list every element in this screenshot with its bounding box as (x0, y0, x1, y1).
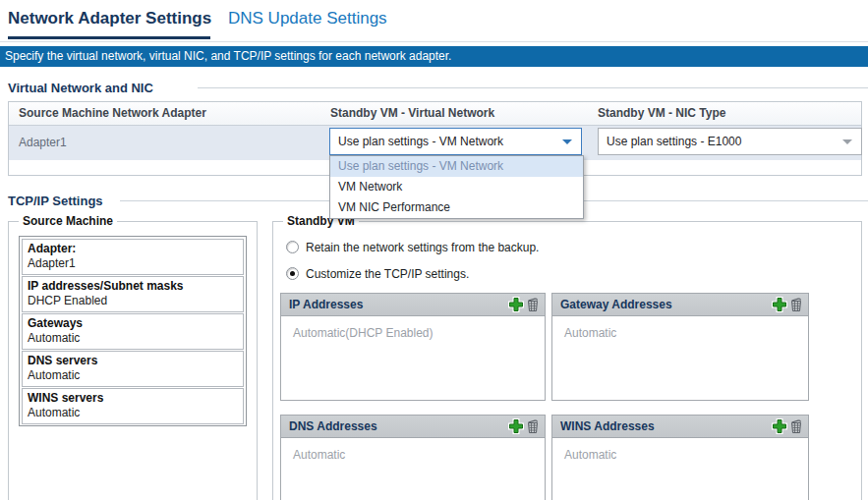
panel-title: DNS Addresses (289, 419, 507, 433)
item-label: DNS servers (28, 354, 238, 368)
radio-label: Retain the network settings from the bac… (306, 241, 539, 254)
virtual-network-dropdown-list: Use plan settings - VM Network VM Networ… (329, 155, 584, 219)
column-source-adapter: Source Machine Network Adapter (19, 106, 206, 120)
dropdown-value: Use plan settings - VM Network (338, 129, 503, 154)
dropdown-option[interactable]: VM NIC Performance (330, 197, 583, 218)
item-label: IP addresses/Subnet masks (28, 279, 238, 294)
wins-addresses-panel: WINS Addresses Automatic (551, 415, 809, 500)
radio-retain-network-settings[interactable]: Retain the network settings from the bac… (286, 241, 539, 254)
plus-icon (772, 418, 787, 434)
nic-type-dropdown[interactable]: Use plan settings - E1000 (598, 128, 862, 155)
instruction-banner: Specify the virtual network, virtual NIC… (0, 46, 868, 67)
item-label: Gateways (28, 316, 238, 331)
trash-icon (526, 418, 540, 434)
radio-button-selected-icon (286, 267, 299, 280)
section-heading-virtual-network: Virtual Network and NIC (8, 81, 153, 95)
list-item: Adapter: Adapter1 (22, 239, 244, 275)
chevron-down-icon (842, 139, 852, 144)
gateway-addresses-panel: Gateway Addresses Automatic (551, 293, 809, 401)
list-item: DNS servers Automatic (22, 351, 244, 387)
panel-title: WINS Addresses (560, 419, 771, 433)
panel-value: Automatic (552, 316, 808, 340)
panel-header: WINS Addresses (552, 416, 808, 438)
panel-value: Automatic (552, 438, 808, 462)
panel-header: Gateway Addresses (552, 294, 808, 316)
ip-addresses-panel: IP Addresses Automatic(DHCP Enabled) (280, 293, 546, 401)
active-tab-underline (8, 36, 210, 39)
add-address-button[interactable] (772, 418, 787, 434)
tab-dns-update-settings[interactable]: DNS Update Settings (228, 9, 387, 28)
tabs-divider (0, 41, 868, 42)
plus-icon (772, 297, 787, 312)
source-machine-groupbox: Source Machine Adapter: Adapter1 IP addr… (8, 221, 258, 500)
radio-customize-tcpip[interactable]: Customize the TCP/IP settings. (286, 267, 469, 281)
item-value: DHCP Enabled (28, 294, 238, 308)
trash-icon (789, 297, 803, 312)
adapter-table-header: Source Machine Network Adapter Standby V… (9, 102, 861, 126)
panel-value: Automatic(DHCP Enabled) (281, 316, 545, 340)
panel-header: DNS Addresses (281, 416, 545, 438)
item-label: WINS servers (28, 391, 238, 406)
dropdown-option[interactable]: VM Network (330, 177, 583, 197)
panel-title: Gateway Addresses (560, 298, 771, 311)
radio-button-icon (286, 241, 299, 253)
delete-address-button[interactable] (526, 418, 540, 434)
chevron-down-icon (562, 139, 572, 144)
tab-network-adapter-settings[interactable]: Network Adapter Settings (8, 9, 211, 28)
add-address-button[interactable] (508, 297, 524, 312)
item-label: Adapter: (28, 242, 238, 256)
source-machine-list: Adapter: Adapter1 IP addresses/Subnet ma… (19, 236, 247, 426)
list-item: IP addresses/Subnet masks DHCP Enabled (22, 276, 244, 312)
dropdown-value: Use plan settings - E1000 (607, 129, 741, 154)
delete-address-button[interactable] (789, 418, 803, 434)
item-value: Adapter1 (28, 256, 238, 271)
plus-icon (508, 297, 524, 312)
dns-addresses-panel: DNS Addresses Automatic (280, 415, 546, 500)
heading-rule (198, 87, 868, 88)
trash-icon (526, 297, 540, 312)
source-machine-legend: Source Machine (19, 214, 117, 228)
list-item: Gateways Automatic (22, 313, 244, 350)
panel-title: IP Addresses (289, 298, 507, 311)
list-item: WINS servers Automatic (22, 388, 244, 424)
section-heading-tcpip: TCP/IP Settings (8, 194, 103, 208)
trash-icon (789, 418, 803, 434)
panel-value: Automatic (281, 438, 545, 462)
network-adapter-settings-page: Network Adapter Settings DNS Update Sett… (0, 0, 868, 500)
delete-address-button[interactable] (526, 297, 540, 312)
panel-header: IP Addresses (281, 294, 545, 316)
plus-icon (508, 418, 524, 434)
virtual-network-dropdown[interactable]: Use plan settings - VM Network (329, 128, 582, 155)
column-virtual-network: Standby VM - Virtual Network (330, 106, 494, 120)
item-value: Automatic (28, 368, 238, 383)
dropdown-option[interactable]: Use plan settings - VM Network (330, 156, 583, 177)
item-value: Automatic (28, 406, 238, 420)
add-address-button[interactable] (508, 418, 524, 434)
item-value: Automatic (28, 331, 238, 346)
add-address-button[interactable] (772, 297, 787, 312)
delete-address-button[interactable] (789, 297, 803, 312)
column-nic-type: Standby VM - NIC Type (598, 106, 725, 120)
adapter-name-cell: Adapter1 (19, 126, 67, 160)
radio-label: Customize the TCP/IP settings. (306, 267, 469, 281)
